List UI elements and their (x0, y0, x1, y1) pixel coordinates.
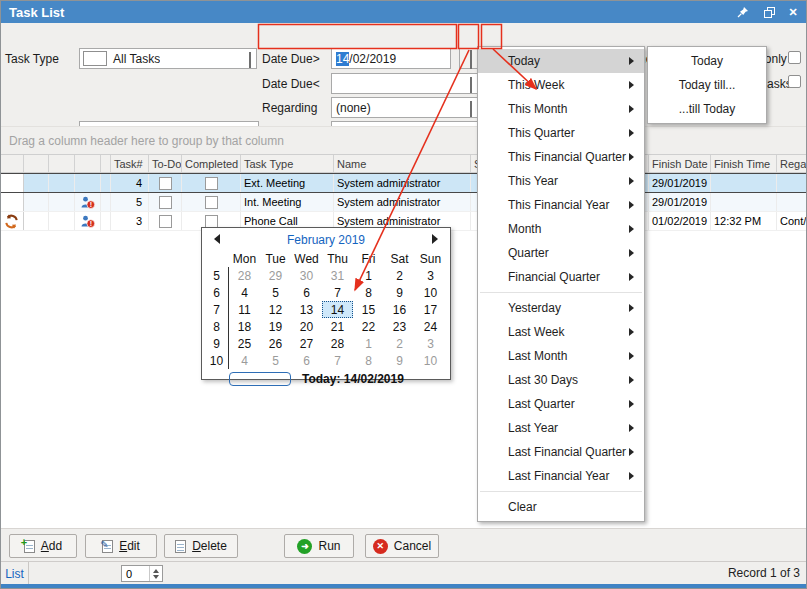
column-header-task-type[interactable]: Task Type (241, 155, 334, 172)
calendar-day[interactable]: 22 (353, 318, 384, 335)
calendar-day[interactable]: 1 (353, 267, 384, 284)
menu-item-this-financial-quarter[interactable]: This Financial Quarter (478, 145, 644, 169)
show-unassigned-checkbox[interactable] (788, 51, 801, 64)
menu-item-today[interactable]: Today (478, 49, 644, 73)
calendar-day[interactable]: 17 (415, 301, 446, 318)
calendar-day[interactable]: 2 (384, 267, 415, 284)
calendar-day[interactable]: 2 (384, 335, 415, 352)
calendar-day[interactable]: 16 (384, 301, 415, 318)
menu-item-last-year[interactable]: Last Year (478, 416, 644, 440)
calendar-day[interactable]: 26 (260, 335, 291, 352)
date-due-gt-dropdown-button[interactable] (459, 48, 478, 69)
calendar-day[interactable]: 15 (353, 301, 384, 318)
menu-item-last-month[interactable]: Last Month (478, 344, 644, 368)
table-row[interactable]: !5Int. MeetingSystem administrator29/01/… (1, 193, 807, 212)
calendar-day[interactable]: 3 (415, 267, 446, 284)
column-header-regar[interactable]: Regar (777, 155, 807, 172)
calendar-day[interactable]: 8 (353, 352, 384, 369)
menu-item-this-month[interactable]: This Month (478, 97, 644, 121)
calendar-day[interactable]: 28 (322, 335, 353, 352)
menu-item-last-financial-quarter[interactable]: Last Financial Quarter (478, 440, 644, 464)
calendar-day[interactable]: 4 (229, 352, 260, 369)
completed-checkbox[interactable] (205, 196, 218, 209)
calendar-day[interactable]: 29 (260, 267, 291, 284)
calendar-today-label[interactable]: Today: 14/02/2019 (302, 372, 404, 386)
stepper-arrows[interactable] (149, 566, 162, 581)
calendar-day[interactable]: 11 (229, 301, 260, 318)
calendar-day[interactable]: 21 (322, 318, 353, 335)
calendar-day[interactable]: 1 (353, 335, 384, 352)
calendar-day[interactable]: 18 (229, 318, 260, 335)
completed-checkbox[interactable] (205, 177, 218, 190)
calendar-day[interactable]: 24 (415, 318, 446, 335)
calendar-day[interactable]: 5 (260, 284, 291, 301)
menu-item-this-week[interactable]: This Week (478, 73, 644, 97)
regarding-combo[interactable]: (none) (331, 97, 478, 118)
calendar-day[interactable]: 28 (229, 267, 260, 284)
column-header-blank[interactable] (1, 155, 24, 172)
todo-checkbox[interactable] (159, 177, 172, 190)
edit-button[interactable]: ✎Edit (85, 534, 157, 558)
column-header-blank[interactable] (24, 155, 49, 172)
column-header-to-do[interactable]: To-Do (149, 155, 182, 172)
calendar-day[interactable]: 4 (229, 284, 260, 301)
menu-item-this-quarter[interactable]: This Quarter (478, 121, 644, 145)
menu-item-financial-quarter[interactable]: Financial Quarter (478, 265, 644, 289)
run-button[interactable]: ➜Run (284, 534, 354, 558)
calendar-day[interactable]: 9 (384, 284, 415, 301)
add-button[interactable]: +Add (9, 534, 77, 558)
task-type-combo[interactable]: All Tasks (79, 48, 257, 69)
todo-checkbox[interactable] (159, 196, 172, 209)
calendar-day[interactable]: 5 (260, 352, 291, 369)
submenu-item-today[interactable]: Today (648, 49, 766, 73)
calendar-day[interactable]: 30 (291, 267, 322, 284)
calendar-day[interactable]: 3 (415, 335, 446, 352)
calendar-day[interactable]: 19 (260, 318, 291, 335)
calendar-day[interactable]: 27 (291, 335, 322, 352)
second-filter-checkbox[interactable] (788, 75, 801, 88)
calendar-day[interactable]: 6 (291, 284, 322, 301)
calendar-day[interactable]: 31 (322, 267, 353, 284)
calendar-day[interactable]: 7 (322, 352, 353, 369)
calendar-day[interactable]: 23 (384, 318, 415, 335)
group-by-bar[interactable]: Drag a column header here to group by th… (1, 126, 807, 154)
submenu-item-till-today[interactable]: ...till Today (648, 97, 766, 121)
submenu-item-today-till[interactable]: Today till... (648, 73, 766, 97)
calendar-day-selected[interactable]: 14 (322, 301, 353, 318)
calendar-day[interactable]: 20 (291, 318, 322, 335)
column-header-blank[interactable] (49, 155, 75, 172)
menu-item-last-30-days[interactable]: Last 30 Days (478, 368, 644, 392)
menu-item-yesterday[interactable]: Yesterday (478, 296, 644, 320)
table-row[interactable]: 4Ext. MeetingSystem administrator29/01/2… (1, 173, 807, 193)
date-due-gt-input[interactable]: 14/02/2019 (331, 48, 451, 69)
column-header-blank[interactable] (101, 155, 111, 172)
calendar-day[interactable]: 12 (260, 301, 291, 318)
completed-checkbox[interactable] (205, 215, 218, 228)
calendar-day[interactable]: 7 (322, 284, 353, 301)
menu-item-quarter[interactable]: Quarter (478, 241, 644, 265)
column-header-blank[interactable] (75, 155, 101, 172)
calendar-day[interactable]: 8 (353, 284, 384, 301)
calendar-day[interactable]: 9 (384, 352, 415, 369)
calendar-day[interactable]: 13 (291, 301, 322, 318)
menu-item-clear[interactable]: Clear (478, 495, 644, 519)
column-header-finish-time[interactable]: Finish Time (711, 155, 777, 172)
menu-item-last-week[interactable]: Last Week (478, 320, 644, 344)
delete-button[interactable]: Delete (164, 534, 238, 558)
calendar-day[interactable]: 10 (415, 352, 446, 369)
menu-item-last-financial-year[interactable]: Last Financial Year (478, 464, 644, 488)
pin-icon[interactable] (734, 4, 752, 20)
column-header-completed[interactable]: Completed (182, 155, 241, 172)
menu-item-this-financial-year[interactable]: This Financial Year (478, 193, 644, 217)
column-header-finish-date[interactable]: Finish Date (649, 155, 711, 172)
calendar-day[interactable]: 25 (229, 335, 260, 352)
close-icon[interactable]: ✕ (784, 4, 802, 20)
calendar-month-title[interactable]: February 2019 (202, 233, 450, 247)
calendar-day[interactable]: 6 (291, 352, 322, 369)
calendar-day[interactable]: 10 (415, 284, 446, 301)
cancel-button[interactable]: ✕Cancel (365, 534, 439, 558)
date-due-lt-combo[interactable] (331, 73, 478, 94)
todo-checkbox[interactable] (159, 215, 172, 228)
menu-item-this-year[interactable]: This Year (478, 169, 644, 193)
column-header-task[interactable]: Task# (111, 155, 149, 172)
